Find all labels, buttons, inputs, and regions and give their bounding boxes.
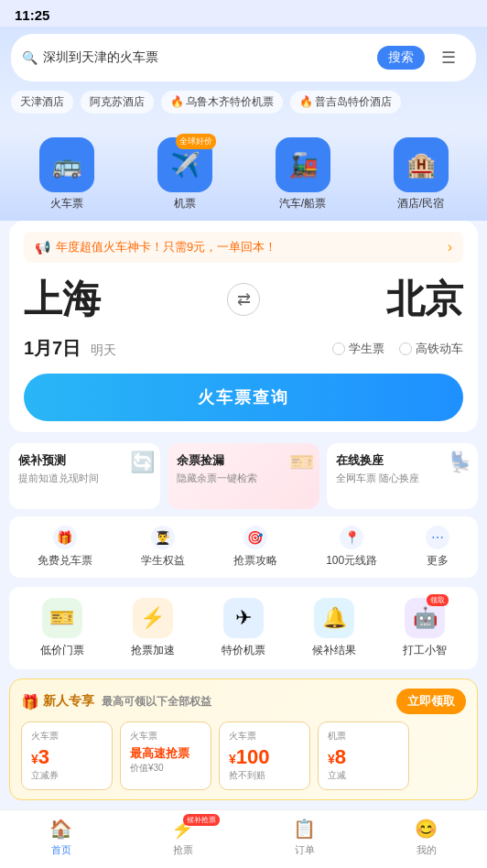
sub-feature-更多[interactable]: ⋯ 更多 [426,526,449,569]
app-label: 打工小智 [403,643,447,658]
gift-icon: 🎁 [21,693,39,711]
app-icon: 🔔 [314,598,354,638]
sub-feature-icon: 📍 [340,526,363,549]
promo-card-amount: ¥8 [328,745,399,769]
feature-card[interactable]: 在线换座 全网车票 随心换座 💺 [327,443,478,509]
promo-card-highlight: 最高速抢票 [130,745,201,762]
booking-card: 📢 年度超值火车神卡！只需9元，一单回本！ › 上海 ⇄ 北京 1月7日 明天 … [9,221,478,432]
header: 🔍 深圳到天津的火车票 搜索 ☰ 天津酒店阿克苏酒店🔥乌鲁木齐特价机票🔥普吉岛特… [0,27,487,128]
quick-tag[interactable]: 🔥普吉岛特价酒店 [290,91,401,114]
promo-card-amount: ¥100 [229,745,300,769]
nav-tab-label-orders: 订单 [295,843,315,857]
nav-label-flight: 机票 [174,196,196,212]
date-sub: 明天 [91,342,116,357]
sub-feature-icon: 🎁 [53,526,77,549]
nav-label-train: 火车票 [50,196,83,212]
promo-card-type: 机票 [328,730,399,743]
sub-features: 🎁 免费兑车票 👨‍🎓 学生权益 🎯 抢票攻略 📍 100元线路 ⋯ 更多 [9,516,478,578]
bottom-nav-orders[interactable]: 📋 订单 [292,816,318,857]
app-icon: ✈ [223,598,264,638]
promo-card[interactable]: 火车票 最高速抢票 价值¥30 [120,722,211,790]
app-label: 低价门票 [40,643,84,658]
app-item-打工小智[interactable]: 🤖 领取 打工小智 [403,598,447,658]
quick-tag[interactable]: 天津酒店 [11,91,73,114]
promo-banner-text: 年度超值火车神卡！只需9元，一单回本！ [56,239,448,255]
feature-card[interactable]: 余票捡漏 隐藏余票一键检索 🎫 [168,443,319,509]
student-ticket-radio[interactable] [332,342,345,355]
sub-feature-学生权益[interactable]: 👨‍🎓 学生权益 [141,526,185,569]
swap-button[interactable]: ⇄ [227,283,260,316]
date-display[interactable]: 1月7日 明天 [24,336,116,361]
bottom-nav-home[interactable]: 🏠 首页 [49,816,74,857]
promo-card-desc: 价值¥30 [130,762,201,775]
nav-tab-badge: 候补抢票 [183,814,220,826]
nav-item-hotel[interactable]: 🏨酒店/民宿 [394,137,449,212]
promo-card-type: 火车票 [130,730,201,743]
promo-title-text: 新人专享 [43,693,94,710]
nav-item-flight[interactable]: ✈️全球好价机票 [157,137,212,212]
nav-label-hotel: 酒店/民宿 [397,196,444,212]
sub-feature-100元线路[interactable]: 📍 100元线路 [326,526,377,569]
high-speed-radio[interactable] [399,342,412,355]
app-item-特价机票[interactable]: ✈ 特价机票 [222,598,265,658]
app-item-低价门票[interactable]: 🎫 低价门票 [40,598,84,658]
sub-feature-label: 更多 [427,553,449,569]
status-bar: 11:25 [0,0,487,27]
nav-item-bus[interactable]: 🚂汽车/船票 [276,137,330,212]
search-button[interactable]: 搜索 [377,46,425,70]
nav-icon-train: 🚌 [39,137,94,192]
arrow-icon: › [448,239,452,255]
high-speed-option[interactable]: 高铁动车 [399,341,463,357]
promo-card-desc: 立减 [328,769,399,782]
student-ticket-option[interactable]: 学生票 [332,341,384,357]
sub-feature-label: 学生权益 [141,553,185,569]
feature-icon: 🔄 [130,450,155,474]
bottom-nav-me[interactable]: 😊 我的 [414,816,439,857]
nav-icon-hotel: 🏨 [394,137,449,192]
nav-tab-label-home: 首页 [51,843,71,857]
bottom-nav: 🏠 首页 候补抢票 ⚡ 抢票 📋 订单 😊 我的 [0,809,487,868]
time: 11:25 [15,7,49,23]
from-city[interactable]: 上海 [24,274,101,325]
nav-icon-bus: 🚂 [276,137,330,192]
search-bar: 🔍 深圳到天津的火车票 搜索 ☰ [11,34,476,81]
nav-icons: 🚌火车票✈️全球好价机票🚂汽车/船票🏨酒店/民宿 [0,137,487,221]
nav-tab-icon-home: 🏠 [49,816,74,841]
app-item-抢票加速[interactable]: ⚡ 抢票加速 [131,598,175,658]
date-main: 1月7日 [24,338,81,358]
promo-title: 🎁 新人专享 最高可领以下全部权益 [21,693,211,711]
to-city[interactable]: 北京 [386,274,463,325]
app-item-候补结果[interactable]: 🔔 候补结果 [312,598,356,658]
promo-banner[interactable]: 📢 年度超值火车神卡！只需9元，一单回本！ › [24,232,463,263]
nav-icon-flight: ✈️全球好价 [157,137,212,192]
sub-feature-icon: 👨‍🎓 [151,526,175,549]
feature-icon: 💺 [448,450,472,474]
promo-card[interactable]: 火车票 ¥100 抢不到赔 [219,722,310,790]
promo-header: 🎁 新人专享 最高可领以下全部权益 立即领取 [21,689,466,714]
promo-card-desc: 立减券 [31,769,103,782]
app-icon: 🤖 领取 [405,598,445,638]
quick-tag[interactable]: 阿克苏酒店 [81,91,154,114]
feature-card[interactable]: 候补预测 提前知道兑现时间 🔄 [9,443,160,509]
search-text: 深圳到天津的火车票 [43,49,377,66]
sub-feature-icon: ⋯ [426,526,449,549]
bottom-nav-grab[interactable]: 候补抢票 ⚡ 抢票 [170,816,196,857]
app-badge: 领取 [427,594,449,606]
apps-row: 🎫 低价门票 ⚡ 抢票加速 ✈ 特价机票 🔔 候补结果 🤖 领取 打工小智 [9,587,478,669]
sub-feature-免费兑车票[interactable]: 🎁 免费兑车票 [38,526,92,569]
promo-card[interactable]: 火车票 ¥3 立减券 [21,722,113,790]
claim-button[interactable]: 立即领取 [396,689,466,714]
app-label: 候补结果 [312,643,356,658]
nav-item-train[interactable]: 🚌火车票 [39,137,94,212]
speaker-icon: 📢 [35,240,50,255]
nav-tab-icon-orders: 📋 [292,816,318,841]
main-nav: 🚌火车票✈️全球好价机票🚂汽车/船票🏨酒店/民宿 [0,128,487,221]
promo-card-desc: 抢不到赔 [229,769,300,782]
promo-card[interactable]: 机票 ¥8 立减 [318,722,409,790]
sub-feature-抢票攻略[interactable]: 🎯 抢票攻略 [233,526,277,569]
quick-tag[interactable]: 🔥乌鲁木齐特价机票 [161,91,283,114]
promo-card-amount: ¥3 [31,745,103,769]
feature-icon: 🎫 [289,450,314,474]
search-train-button[interactable]: 火车票查询 [24,374,463,421]
user-avatar[interactable]: ☰ [432,41,465,74]
